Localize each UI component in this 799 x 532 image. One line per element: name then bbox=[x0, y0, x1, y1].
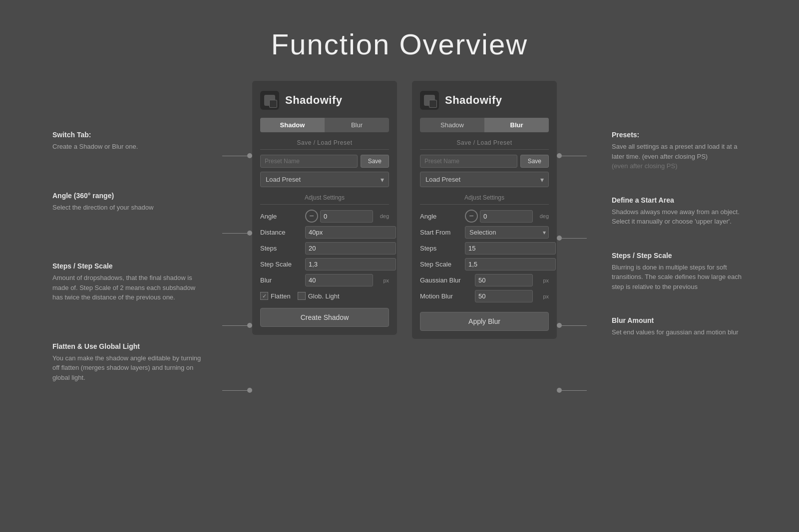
field-label-steps-right: Steps bbox=[420, 245, 465, 252]
card-header-left: Shadowify bbox=[260, 91, 389, 110]
field-control-steps-left bbox=[305, 242, 396, 255]
field-label-motion-blur-right: Motion Blur bbox=[420, 292, 475, 300]
left-annotations: Switch Tab: Create a Shadow or Blur one.… bbox=[52, 81, 222, 406]
page-title: Function Overview bbox=[0, 0, 799, 81]
app-icon-inner-left bbox=[264, 95, 275, 106]
cards-area: Shadowify Shadow Blur // Will be handled… bbox=[252, 81, 557, 339]
glob-light-checkbox-icon bbox=[298, 292, 306, 300]
step-scale-input-left[interactable] bbox=[305, 258, 396, 270]
field-control-angle-right: − deg bbox=[465, 210, 549, 223]
start-from-select[interactable]: Selection Upper Layer bbox=[465, 226, 549, 239]
field-label-distance-left: Distance bbox=[260, 229, 305, 236]
steps-input-right[interactable] bbox=[465, 242, 556, 255]
field-start-from-right: Start From Selection Upper Layer bbox=[420, 226, 549, 239]
field-control-distance-left bbox=[305, 226, 396, 239]
field-control-steps-right bbox=[465, 242, 556, 255]
annotation-switch-tab: Switch Tab: Create a Shadow or Blur one. bbox=[52, 131, 207, 152]
tab-blur-left[interactable]: Blur bbox=[325, 118, 389, 132]
field-blur-left: Blur px bbox=[260, 274, 389, 286]
preset-row-right: Save bbox=[420, 155, 549, 168]
load-preset-select-left[interactable]: Load Preset bbox=[260, 172, 389, 187]
divider-2-right bbox=[420, 204, 549, 205]
adjust-section-label-left: Adjust Settings bbox=[260, 194, 389, 201]
field-label-start-from-right: Start From bbox=[420, 229, 465, 236]
annotation-angle-text: Select the direction of your shadow bbox=[52, 203, 207, 213]
annotation-steps-right: Steps / Step Scale Blurring is done in m… bbox=[612, 252, 747, 292]
load-preset-wrapper-right: Load Preset bbox=[420, 172, 549, 187]
field-control-step-scale-left bbox=[305, 258, 396, 270]
main-content: Switch Tab: Create a Shadow or Blur one.… bbox=[0, 81, 799, 406]
preset-name-input-left[interactable] bbox=[260, 155, 358, 168]
field-control-step-scale-right bbox=[465, 258, 556, 270]
left-connectors bbox=[222, 81, 252, 393]
angle-unit-left: deg bbox=[375, 213, 389, 219]
start-from-wrapper: Selection Upper Layer bbox=[465, 226, 549, 239]
angle-input-right[interactable] bbox=[480, 210, 533, 223]
app-name-right: Shadowify bbox=[445, 94, 502, 107]
annotation-angle: Angle (360° range) Select the direction … bbox=[52, 192, 207, 213]
tab-blur-right[interactable]: Blur bbox=[484, 118, 549, 132]
preset-name-input-right[interactable] bbox=[420, 155, 517, 168]
gaussian-blur-unit-right: px bbox=[535, 277, 549, 283]
tab-switcher-left: Shadow Blur bbox=[260, 118, 389, 132]
divider-1-left bbox=[260, 149, 389, 150]
field-label-angle-right: Angle bbox=[420, 213, 465, 220]
field-label-step-scale-right: Step Scale bbox=[420, 261, 465, 268]
field-label-steps-left: Steps bbox=[260, 245, 305, 252]
field-angle-right: Angle − deg bbox=[420, 210, 549, 223]
annotation-blur-amount-title: Blur Amount bbox=[612, 316, 747, 324]
load-preset-select-right[interactable]: Load Preset bbox=[420, 172, 549, 187]
annotation-flatten: Flatten & Use Global Light You can make … bbox=[52, 342, 207, 383]
right-connectors bbox=[557, 81, 587, 393]
preset-row-left: Save bbox=[260, 155, 389, 168]
app-icon-left bbox=[260, 91, 279, 110]
card-header-right: Shadowify bbox=[420, 91, 549, 110]
annotation-steps-title: Steps / Step Scale bbox=[52, 262, 207, 270]
flatten-checkbox-icon: ✓ bbox=[260, 292, 268, 300]
divider-2-left bbox=[260, 204, 389, 205]
field-step-scale-left: Step Scale bbox=[260, 258, 389, 270]
angle-dial-left[interactable]: − bbox=[305, 210, 318, 223]
field-label-angle-left: Angle bbox=[260, 213, 305, 220]
steps-input-left[interactable] bbox=[305, 242, 396, 255]
app-icon-inner-right bbox=[424, 95, 435, 106]
annotation-presets-extra: (even after closing PS) bbox=[612, 161, 747, 171]
flatten-row-left: ✓ Flatten Glob. Light bbox=[260, 290, 389, 302]
annotation-presets-title: Presets: bbox=[612, 131, 747, 139]
field-step-scale-right: Step Scale bbox=[420, 258, 549, 270]
tab-shadow-left[interactable]: Shadow bbox=[260, 118, 325, 132]
annotation-steps-right-title: Steps / Step Scale bbox=[612, 252, 747, 260]
apply-blur-btn[interactable]: Apply Blur bbox=[420, 312, 549, 331]
annotation-start-area: Define a Start Area Shadows always move … bbox=[612, 196, 747, 227]
annotation-presets-text: Save all settings as a preset and load i… bbox=[612, 142, 747, 161]
blur-input-left[interactable] bbox=[305, 274, 373, 286]
angle-unit-right: deg bbox=[535, 213, 549, 219]
field-distance-left: Distance bbox=[260, 226, 389, 239]
create-shadow-btn[interactable]: Create Shadow bbox=[260, 308, 389, 327]
annotation-presets: Presets: Save all settings as a preset a… bbox=[612, 131, 747, 171]
glob-light-checkbox-label[interactable]: Glob. Light bbox=[298, 292, 340, 300]
flatten-checkbox-label[interactable]: ✓ Flatten bbox=[260, 292, 291, 300]
field-control-motion-blur-right: px bbox=[475, 290, 549, 302]
distance-input-left[interactable] bbox=[305, 226, 396, 239]
load-preset-wrapper-left: Load Preset bbox=[260, 172, 389, 187]
annotation-start-area-text: Shadows always move away from an object.… bbox=[612, 207, 747, 227]
step-scale-input-right[interactable] bbox=[465, 258, 556, 270]
gaussian-blur-input-right[interactable] bbox=[475, 274, 533, 286]
annotation-blur-amount: Blur Amount Set end values for gaussian … bbox=[612, 316, 747, 337]
field-label-blur-left: Blur bbox=[260, 276, 305, 284]
annotation-flatten-title: Flatten & Use Global Light bbox=[52, 342, 207, 350]
save-btn-left[interactable]: Save bbox=[361, 155, 389, 168]
tab-shadow-right[interactable]: Shadow bbox=[420, 118, 484, 132]
app-icon-right bbox=[420, 91, 439, 110]
annotation-flatten-text: You can make the shadow angle editable b… bbox=[52, 353, 207, 383]
flatten-label: Flatten bbox=[271, 292, 291, 300]
angle-input-left[interactable] bbox=[320, 210, 373, 223]
field-steps-right: Steps bbox=[420, 242, 549, 255]
tab-switcher-right: Shadow Blur bbox=[420, 118, 549, 132]
field-label-gaussian-blur-right: Gaussian Blur bbox=[420, 276, 475, 284]
save-btn-right[interactable]: Save bbox=[520, 155, 549, 168]
angle-dial-right[interactable]: − bbox=[465, 210, 478, 223]
motion-blur-input-right[interactable] bbox=[475, 290, 533, 302]
field-control-gaussian-blur-right: px bbox=[475, 274, 549, 286]
